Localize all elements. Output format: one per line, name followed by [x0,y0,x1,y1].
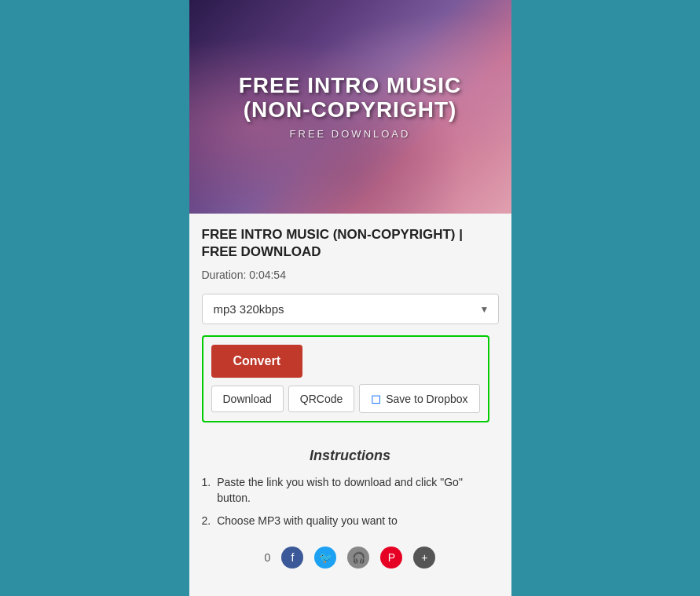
format-select-wrapper[interactable]: mp3 320kbps mp3 256kbps mp3 192kbps mp3 … [202,294,499,324]
duration-label: Duration: [202,269,247,281]
secondary-buttons-row: Download QRCode ◻ Save to Dropbox [211,384,480,413]
video-title: FREE INTRO MUSIC (NON-COPYRIGHT) | FREE … [202,226,499,261]
video-duration: Duration: 0:04:54 [202,269,499,281]
page-wrapper: FREE INTRO MUSIC (NON-COPYRIGHT) FREE DO… [0,0,700,596]
thumbnail-subtitle: FREE DOWNLOAD [239,128,462,140]
instruction-item-1: Paste the link you wish to download and … [202,475,499,506]
more-icon[interactable]: + [413,547,435,569]
twitter-icon[interactable]: 🐦 [314,547,336,569]
action-area: Convert Download QRCode ◻ Save to Dropbo… [202,335,489,422]
qrcode-button[interactable]: QRCode [288,386,354,412]
social-count: 0 [265,551,271,564]
instructions-list: Paste the link you wish to download and … [202,475,499,529]
thumbnail-title-line2: (NON-COPYRIGHT) [239,98,462,122]
instruction-item-2: Choose MP3 with quality you want to [202,514,499,529]
download-button[interactable]: Download [211,386,284,412]
instructions-area: Instructions Paste the link you wish to … [189,435,511,529]
dropbox-label: Save to Dropbox [386,393,467,405]
thumbnail-text-block: FREE INTRO MUSIC (NON-COPYRIGHT) FREE DO… [239,74,462,141]
social-area: 0 f 🐦 🎧 P + [189,537,511,569]
headphone-icon[interactable]: 🎧 [347,547,369,569]
format-select[interactable]: mp3 320kbps mp3 256kbps mp3 192kbps mp3 … [202,294,499,324]
convert-button[interactable]: Convert [211,345,302,378]
thumbnail-title-line1: FREE INTRO MUSIC [239,74,462,98]
main-card: FREE INTRO MUSIC (NON-COPYRIGHT) FREE DO… [189,0,511,596]
content-area: FREE INTRO MUSIC (NON-COPYRIGHT) | FREE … [189,214,511,435]
dropbox-icon: ◻ [371,391,381,406]
pinterest-icon[interactable]: P [380,547,402,569]
duration-value: 0:04:54 [249,269,286,281]
instructions-heading: Instructions [202,448,499,464]
save-to-dropbox-button[interactable]: ◻ Save to Dropbox [359,384,479,413]
video-thumbnail: FREE INTRO MUSIC (NON-COPYRIGHT) FREE DO… [189,0,511,214]
facebook-icon[interactable]: f [281,547,303,569]
